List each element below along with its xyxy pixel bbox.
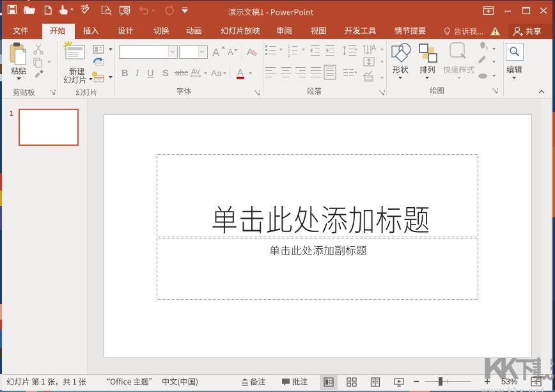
- svg-text:A: A: [371, 44, 376, 51]
- svg-text:B: B: [121, 68, 128, 78]
- svg-text:3: 3: [288, 53, 290, 58]
- svg-text:A: A: [237, 67, 244, 77]
- svg-text:Aa: Aa: [211, 68, 222, 78]
- svg-text:S: S: [162, 68, 169, 78]
- svg-text:A: A: [228, 47, 233, 57]
- svg-text:2: 2: [288, 49, 290, 53]
- svg-text:I: I: [135, 68, 139, 78]
- svg-text:U: U: [147, 68, 153, 78]
- svg-text:A: A: [212, 47, 220, 59]
- svg-text:1: 1: [288, 44, 290, 49]
- svg-text:AV: AV: [191, 68, 201, 75]
